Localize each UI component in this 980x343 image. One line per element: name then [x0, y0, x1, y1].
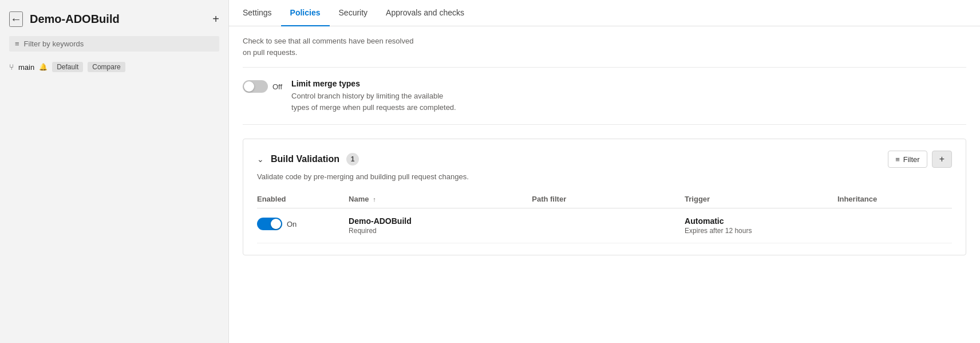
row-path	[532, 208, 685, 243]
row-trigger-name: Automatic	[685, 216, 837, 226]
build-validation-title: Build Validation	[271, 154, 339, 164]
limit-merge-title: Limit merge types	[291, 79, 966, 88]
table-body: On Demo-ADOBuild Required Automatic	[257, 208, 952, 243]
tab-approvals[interactable]: Approvals and checks	[377, 0, 473, 26]
limit-merge-switch[interactable]	[243, 80, 268, 93]
col-header-inheritance: Inheritance	[837, 190, 952, 208]
build-validation-table: Enabled Name ↑ Path filter Trigger Inher…	[257, 190, 952, 243]
col-header-trigger: Trigger	[685, 190, 837, 208]
partial-policy-description: Check to see that all comments have been…	[243, 36, 966, 58]
filter-btn-icon: ≡	[895, 155, 900, 164]
row-switch[interactable]	[257, 218, 282, 230]
sidebar-title: Demo-ADOBuild	[30, 13, 206, 26]
limit-merge-row: Off Limit merge types Control branch his…	[243, 68, 966, 125]
branch-compare-tag[interactable]: Compare	[88, 62, 125, 72]
sidebar: ← Demo-ADOBuild + ≡ Filter by keywords ⑂…	[0, 0, 229, 343]
branch-bell-icon: 🔔	[39, 63, 48, 71]
limit-merge-description: Control branch history by limiting the a…	[291, 90, 966, 113]
filter-placeholder: Filter by keywords	[24, 40, 84, 48]
row-switch-knob	[271, 219, 281, 229]
back-button[interactable]: ←	[9, 11, 23, 27]
tab-bar: Settings Policies Security Approvals and…	[229, 0, 980, 26]
add-button[interactable]: +	[212, 13, 219, 26]
filter-btn-label: Filter	[903, 155, 920, 164]
limit-merge-label-group: Limit merge types Control branch history…	[291, 79, 966, 113]
tab-settings[interactable]: Settings	[243, 0, 281, 26]
build-validation-section: ⌄ Build Validation 1 ≡ Filter + Validate…	[243, 139, 966, 255]
partial-policy-item: Check to see that all comments have been…	[243, 26, 966, 68]
tab-policies[interactable]: Policies	[281, 0, 330, 26]
filter-icon: ≡	[15, 40, 19, 48]
filter-box[interactable]: ≡ Filter by keywords	[9, 36, 219, 52]
sort-arrow-name[interactable]: ↑	[373, 196, 376, 203]
row-build-sub: Required	[349, 227, 518, 235]
limit-merge-state: Off	[272, 82, 282, 91]
row-inheritance	[837, 208, 952, 243]
row-trigger-sub: Expires after 12 hours	[685, 227, 837, 235]
switch-knob	[244, 81, 254, 92]
row-name: Demo-ADOBuild Required	[349, 208, 532, 243]
col-header-path: Path filter	[532, 190, 685, 208]
tab-security[interactable]: Security	[330, 0, 377, 26]
sidebar-header: ← Demo-ADOBuild +	[0, 7, 228, 36]
branch-icon: ⑂	[9, 62, 14, 72]
add-policy-button[interactable]: +	[932, 151, 952, 168]
chevron-down-icon[interactable]: ⌄	[257, 155, 264, 164]
build-validation-description: Validate code by pre-merging and buildin…	[257, 172, 952, 181]
col-header-name: Name ↑	[349, 190, 532, 208]
build-validation-badge: 1	[346, 153, 359, 165]
branch-row: ⑂ main 🔔 Default Compare	[0, 58, 228, 76]
filter-button[interactable]: ≡ Filter	[888, 151, 927, 168]
build-validation-header: ⌄ Build Validation 1 ≡ Filter +	[257, 151, 952, 168]
section-actions: ≡ Filter +	[888, 151, 952, 168]
row-build-name[interactable]: Demo-ADOBuild	[349, 216, 518, 226]
content-area: Check to see that all comments have been…	[229, 26, 980, 343]
row-enabled: On	[257, 208, 349, 243]
table-header: Enabled Name ↑ Path filter Trigger Inher…	[257, 190, 952, 208]
branch-name: main	[18, 63, 34, 72]
row-toggle[interactable]: On	[257, 218, 349, 230]
branch-default-tag[interactable]: Default	[52, 62, 83, 72]
table-row: On Demo-ADOBuild Required Automatic	[257, 208, 952, 243]
limit-merge-toggle[interactable]: Off	[243, 80, 282, 93]
row-enabled-state: On	[287, 220, 297, 228]
col-header-enabled: Enabled	[257, 190, 349, 208]
main-content: Settings Policies Security Approvals and…	[229, 0, 980, 343]
row-trigger: Automatic Expires after 12 hours	[685, 208, 837, 243]
